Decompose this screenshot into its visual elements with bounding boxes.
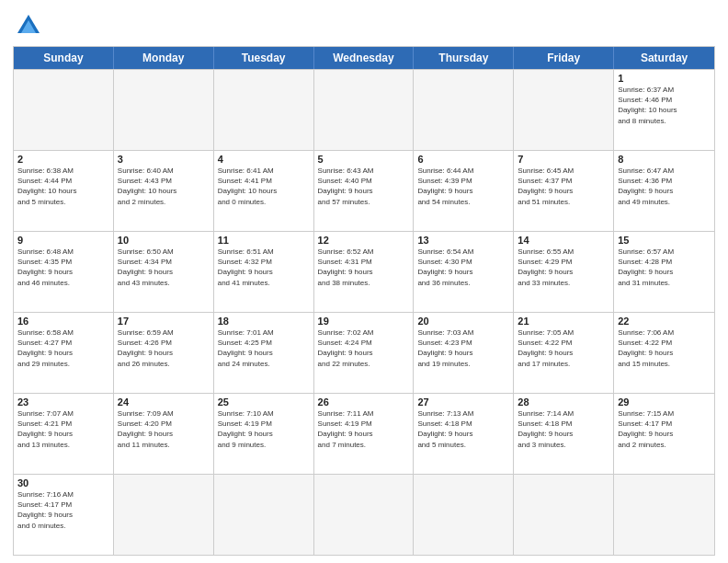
calendar-cell: 24Sunrise: 7:09 AM Sunset: 4:20 PM Dayli… (114, 394, 214, 474)
day-number: 9 (17, 235, 109, 246)
day-number: 18 (218, 316, 310, 327)
calendar-cell: 2Sunrise: 6:38 AM Sunset: 4:44 PM Daylig… (14, 151, 114, 231)
day-number: 2 (17, 154, 109, 165)
calendar-cell: 18Sunrise: 7:01 AM Sunset: 4:25 PM Dayli… (214, 313, 314, 393)
day-info: Sunrise: 6:55 AM Sunset: 4:29 PM Dayligh… (518, 247, 609, 288)
calendar-cell: 9Sunrise: 6:48 AM Sunset: 4:35 PM Daylig… (14, 232, 114, 312)
day-number: 17 (118, 316, 210, 327)
calendar-cell: 13Sunrise: 6:54 AM Sunset: 4:30 PM Dayli… (414, 232, 514, 312)
calendar-cell: 26Sunrise: 7:11 AM Sunset: 4:19 PM Dayli… (314, 394, 415, 474)
day-number: 25 (218, 396, 310, 408)
calendar-cell: 7Sunrise: 6:45 AM Sunset: 4:37 PM Daylig… (514, 151, 614, 231)
day-info: Sunrise: 6:38 AM Sunset: 4:44 PM Dayligh… (17, 166, 109, 207)
calendar-cell: 3Sunrise: 6:40 AM Sunset: 4:43 PM Daylig… (114, 151, 214, 231)
day-info: Sunrise: 7:16 AM Sunset: 4:17 PM Dayligh… (17, 489, 109, 531)
day-number: 10 (118, 235, 210, 246)
day-info: Sunrise: 6:51 AM Sunset: 4:32 PM Dayligh… (218, 247, 310, 288)
calendar-cell: 8Sunrise: 6:47 AM Sunset: 4:36 PM Daylig… (614, 151, 714, 231)
day-info: Sunrise: 6:57 AM Sunset: 4:28 PM Dayligh… (618, 247, 711, 288)
calendar-cell: 25Sunrise: 7:10 AM Sunset: 4:19 PM Dayli… (214, 394, 314, 474)
calendar-cell: 1Sunrise: 6:37 AM Sunset: 4:46 PM Daylig… (614, 70, 714, 150)
calendar-cell: 20Sunrise: 7:03 AM Sunset: 4:23 PM Dayli… (414, 313, 514, 393)
day-number: 7 (518, 154, 609, 165)
day-info: Sunrise: 7:14 AM Sunset: 4:18 PM Dayligh… (518, 408, 609, 450)
calendar-cell: 22Sunrise: 7:06 AM Sunset: 4:22 PM Dayli… (614, 313, 714, 393)
calendar-cell (114, 70, 214, 150)
calendar-cell (414, 70, 514, 150)
calendar-cell (14, 70, 114, 150)
day-number: 24 (118, 396, 210, 408)
day-info: Sunrise: 6:37 AM Sunset: 4:46 PM Dayligh… (618, 85, 711, 126)
day-info: Sunrise: 7:01 AM Sunset: 4:25 PM Dayligh… (218, 327, 310, 369)
day-info: Sunrise: 7:13 AM Sunset: 4:18 PM Dayligh… (417, 408, 509, 450)
day-info: Sunrise: 6:59 AM Sunset: 4:26 PM Dayligh… (118, 327, 210, 369)
calendar-week-row: 9Sunrise: 6:48 AM Sunset: 4:35 PM Daylig… (14, 231, 714, 312)
day-info: Sunrise: 7:07 AM Sunset: 4:21 PM Dayligh… (17, 408, 109, 450)
calendar-cell: 21Sunrise: 7:05 AM Sunset: 4:22 PM Dayli… (514, 313, 614, 393)
calendar-cell: 30Sunrise: 7:16 AM Sunset: 4:17 PM Dayli… (14, 475, 114, 555)
calendar-cell (314, 475, 415, 555)
day-info: Sunrise: 7:09 AM Sunset: 4:20 PM Dayligh… (118, 408, 210, 450)
day-number: 8 (618, 154, 711, 165)
day-info: Sunrise: 6:41 AM Sunset: 4:41 PM Dayligh… (218, 166, 310, 207)
day-number: 6 (417, 154, 509, 165)
calendar-cell: 28Sunrise: 7:14 AM Sunset: 4:18 PM Dayli… (514, 394, 614, 474)
day-number: 29 (618, 396, 711, 408)
calendar-cell: 5Sunrise: 6:43 AM Sunset: 4:40 PM Daylig… (314, 151, 415, 231)
calendar-cell: 19Sunrise: 7:02 AM Sunset: 4:24 PM Dayli… (314, 313, 415, 393)
day-info: Sunrise: 6:50 AM Sunset: 4:34 PM Dayligh… (118, 247, 210, 288)
calendar-cell: 12Sunrise: 6:52 AM Sunset: 4:31 PM Dayli… (314, 232, 415, 312)
header (13, 9, 715, 39)
calendar-cell (514, 70, 614, 150)
day-info: Sunrise: 7:05 AM Sunset: 4:22 PM Dayligh… (518, 327, 609, 369)
calendar: SundayMondayTuesdayWednesdayThursdayFrid… (13, 46, 715, 556)
calendar-cell (614, 475, 714, 555)
day-number: 5 (318, 154, 410, 165)
day-info: Sunrise: 6:47 AM Sunset: 4:36 PM Dayligh… (618, 166, 711, 207)
day-number: 30 (17, 477, 109, 488)
calendar-cell: 6Sunrise: 6:44 AM Sunset: 4:39 PM Daylig… (414, 151, 514, 231)
day-number: 1 (618, 73, 711, 84)
weekday-header: Tuesday (214, 47, 314, 69)
calendar-cell (414, 475, 514, 555)
day-info: Sunrise: 7:02 AM Sunset: 4:24 PM Dayligh… (318, 327, 410, 369)
day-number: 4 (218, 154, 310, 165)
calendar-cell (114, 475, 214, 555)
weekday-header: Friday (514, 47, 614, 69)
logo (13, 13, 41, 39)
day-info: Sunrise: 7:03 AM Sunset: 4:23 PM Dayligh… (417, 327, 509, 369)
calendar-cell (314, 70, 415, 150)
calendar-cell: 23Sunrise: 7:07 AM Sunset: 4:21 PM Dayli… (14, 394, 114, 474)
day-info: Sunrise: 6:58 AM Sunset: 4:27 PM Dayligh… (17, 327, 109, 369)
calendar-cell: 29Sunrise: 7:15 AM Sunset: 4:17 PM Dayli… (614, 394, 714, 474)
day-info: Sunrise: 6:45 AM Sunset: 4:37 PM Dayligh… (518, 166, 609, 207)
calendar-cell: 14Sunrise: 6:55 AM Sunset: 4:29 PM Dayli… (514, 232, 614, 312)
day-number: 3 (118, 154, 210, 165)
day-number: 15 (618, 235, 711, 246)
calendar-cell: 17Sunrise: 6:59 AM Sunset: 4:26 PM Dayli… (114, 313, 214, 393)
day-number: 22 (618, 316, 711, 327)
weekday-header: Monday (114, 47, 214, 69)
day-info: Sunrise: 6:48 AM Sunset: 4:35 PM Dayligh… (17, 247, 109, 288)
day-number: 13 (417, 235, 509, 246)
day-info: Sunrise: 6:54 AM Sunset: 4:30 PM Dayligh… (417, 247, 509, 288)
calendar-week-row: 23Sunrise: 7:07 AM Sunset: 4:21 PM Dayli… (14, 393, 714, 474)
calendar-week-row: 16Sunrise: 6:58 AM Sunset: 4:27 PM Dayli… (14, 312, 714, 393)
calendar-header: SundayMondayTuesdayWednesdayThursdayFrid… (14, 47, 714, 69)
day-number: 12 (318, 235, 410, 246)
day-number: 27 (417, 396, 509, 408)
day-number: 19 (318, 316, 410, 327)
day-number: 23 (17, 396, 109, 408)
calendar-cell: 4Sunrise: 6:41 AM Sunset: 4:41 PM Daylig… (214, 151, 314, 231)
calendar-cell: 27Sunrise: 7:13 AM Sunset: 4:18 PM Dayli… (414, 394, 514, 474)
calendar-week-row: 1Sunrise: 6:37 AM Sunset: 4:46 PM Daylig… (14, 69, 714, 150)
day-number: 26 (318, 396, 410, 408)
day-info: Sunrise: 6:40 AM Sunset: 4:43 PM Dayligh… (118, 166, 210, 207)
logo-icon (16, 13, 41, 39)
calendar-cell (214, 70, 314, 150)
day-number: 21 (518, 316, 609, 327)
calendar-cell (514, 475, 614, 555)
weekday-header: Sunday (14, 47, 114, 69)
day-info: Sunrise: 7:06 AM Sunset: 4:22 PM Dayligh… (618, 327, 711, 369)
calendar-cell: 15Sunrise: 6:57 AM Sunset: 4:28 PM Dayli… (614, 232, 714, 312)
